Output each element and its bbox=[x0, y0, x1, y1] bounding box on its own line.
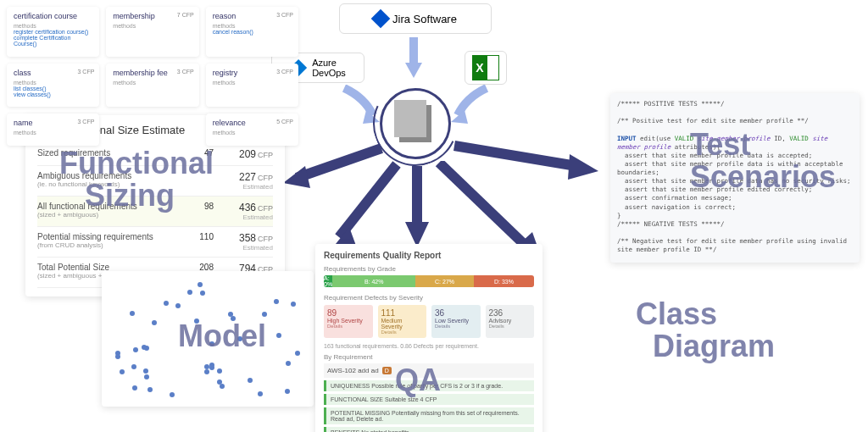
qa-byreq: By Requirement bbox=[324, 353, 534, 361]
severity-box: 236AdvisoryDetails bbox=[486, 305, 535, 338]
sizing-row: Ambiguous requirements(ie. no functional… bbox=[37, 166, 273, 197]
class-box: membership fee3 CFPmethods bbox=[106, 64, 198, 108]
qa-finding: FUNCTIONAL SIZE Suitable size 4 CFP bbox=[324, 394, 534, 405]
qa-grade-title: Requirements by Grade bbox=[324, 265, 534, 273]
hub-icon bbox=[380, 88, 451, 159]
excel-source: X bbox=[465, 51, 507, 85]
class-box: relevance5 CFPmethods bbox=[206, 114, 298, 146]
label-class-diagram: Class Diagram bbox=[636, 298, 775, 363]
arrow-icon bbox=[405, 37, 422, 80]
class-box: reason3 CFPmethodscancel reason() bbox=[206, 7, 298, 57]
jira-icon bbox=[371, 9, 391, 29]
qa-card: Requirements Quality Report Requirements… bbox=[315, 244, 542, 432]
sizing-row: Sized requirements 47 209CFP bbox=[37, 143, 273, 166]
class-box: registry3 CFPmethods bbox=[206, 64, 298, 108]
arrow-icon bbox=[449, 141, 602, 191]
requirement-header: AWS-102 add ad D bbox=[324, 363, 534, 378]
test-line: /** Positive test for edit site member p… bbox=[617, 117, 853, 125]
severity-box: 111Medium SeverityDetails bbox=[378, 305, 427, 338]
jira-label: Jira Software bbox=[392, 13, 457, 25]
model-card bbox=[102, 271, 314, 407]
severity-box: 36Low SeverityDetails bbox=[431, 305, 481, 338]
grade-badge: D bbox=[382, 367, 392, 374]
class-box: class3 CFPmethodslist classes()view clas… bbox=[7, 64, 99, 108]
qa-title: Requirements Quality Report bbox=[324, 251, 534, 260]
class-box: membership7 CFPmethods bbox=[106, 7, 198, 57]
qa-finding: POTENTIAL MISSING Potentially missing fr… bbox=[324, 407, 534, 424]
qa-finding: BENEFITS No stated benefits bbox=[324, 427, 534, 432]
class-box: name3 CFPmethods bbox=[7, 114, 99, 146]
test-line: /** Negative test for edit site member p… bbox=[617, 237, 853, 254]
severity-box: 89High SeverityDetails bbox=[324, 305, 373, 338]
test-scenarios-card: /***** POSITIVE TESTS *****/ /** Positiv… bbox=[610, 93, 860, 263]
grade-bar: A: 0%B: 42%C: 27%D: 33% bbox=[324, 275, 534, 287]
qa-finding: UNIQUENESS Possible rule of partly per C… bbox=[324, 380, 534, 391]
sizing-row: All functional requirements(sized + ambi… bbox=[37, 197, 273, 227]
qa-summary: 163 functional requirements. 0.86 Defect… bbox=[324, 343, 534, 349]
azure-label: AzureDevOps bbox=[312, 58, 346, 78]
test-line: /***** NEGATIVE TESTS *****/ bbox=[617, 220, 853, 229]
test-line: /***** POSITIVE TESTS *****/ bbox=[617, 100, 853, 108]
sizing-row: Potential missing requirements(from CRUD… bbox=[37, 227, 273, 258]
qa-defects-title: Requirement Defects by Severity bbox=[324, 294, 534, 302]
class-box: certification coursemethodsregister cert… bbox=[7, 7, 99, 57]
req-id: AWS-102 add ad bbox=[327, 367, 379, 374]
jira-source: Jira Software bbox=[339, 3, 492, 34]
excel-icon: X bbox=[472, 55, 499, 80]
